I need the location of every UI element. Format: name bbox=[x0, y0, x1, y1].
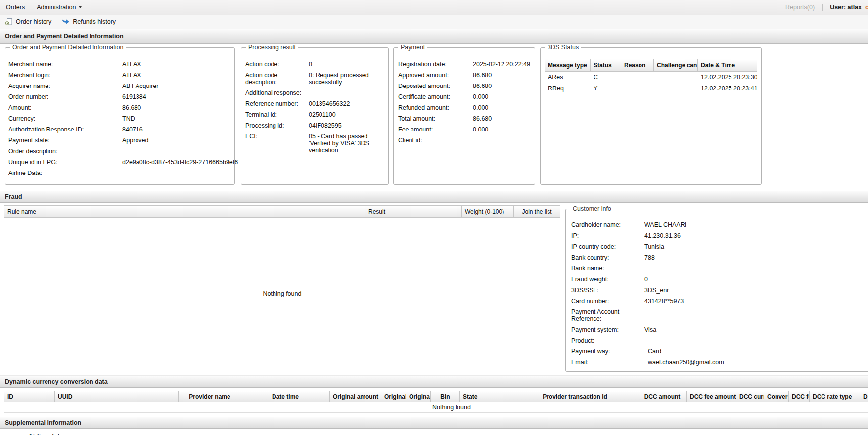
field-value bbox=[122, 170, 230, 176]
cell-reason bbox=[621, 83, 654, 94]
three-ds-table-header: Message type Status Reason Challenge can… bbox=[545, 59, 757, 72]
field-value: ATLAX bbox=[122, 72, 230, 79]
chevron-down-icon bbox=[79, 6, 82, 8]
cell-message-type: ARes bbox=[545, 72, 591, 83]
cell-challenge-cancel bbox=[654, 83, 698, 94]
reports-link[interactable]: Reports(0) bbox=[777, 4, 822, 11]
field-row: Action code:0 bbox=[245, 61, 384, 68]
detail-panel: Order and Payment Detailed Information M… bbox=[0, 44, 868, 191]
menu-orders-label: Orders bbox=[6, 4, 25, 11]
field-label: Total amount: bbox=[398, 115, 473, 122]
field-label: Email: bbox=[571, 359, 648, 366]
column-header: Status bbox=[591, 59, 621, 71]
fraud-section-bar: Fraud bbox=[0, 191, 868, 203]
field-label: Deposited amount: bbox=[398, 83, 473, 89]
fraud-table: Rule name Result Weight (0-100) Join the… bbox=[4, 205, 560, 369]
field-value bbox=[644, 308, 868, 322]
field-value: d2e9a08c-d387-453d-8c29-2716665b9ef6 bbox=[122, 159, 238, 166]
field-row: ECI:05 - Card has passed 'Verified by VI… bbox=[245, 133, 384, 154]
field-label: Client id: bbox=[398, 137, 473, 144]
field-label: Currency: bbox=[8, 115, 122, 122]
order-history-button[interactable]: Order history bbox=[0, 15, 56, 28]
user-label: User: atlax_c bbox=[823, 4, 868, 11]
field-value bbox=[122, 148, 230, 155]
field-value: 86.680 bbox=[473, 72, 531, 79]
fraud-table-header: Rule name Result Weight (0-100) Join the… bbox=[4, 205, 560, 218]
field-label: Authorization Response ID: bbox=[8, 126, 122, 133]
field-value: 86.680 bbox=[122, 104, 230, 111]
field-label: Additional response: bbox=[245, 89, 309, 96]
field-label: IP: bbox=[571, 232, 644, 239]
supplemental-section-bar: Supplemental information bbox=[0, 417, 868, 429]
three-ds-groupbox: 3DS Status Message type Status Reason Ch… bbox=[540, 47, 762, 185]
field-row: Cardholder name:WAEL CHAARI bbox=[571, 221, 868, 228]
field-row: Merchant name:ATLAX bbox=[8, 61, 230, 68]
field-value: 0 bbox=[309, 61, 384, 68]
field-row: Deposited amount:86.680 bbox=[398, 83, 531, 89]
field-row: Currency:TND bbox=[8, 115, 230, 122]
field-row: Authorization Response ID:840716 bbox=[8, 126, 230, 133]
cell-status: Y bbox=[591, 83, 621, 94]
column-header: Reason bbox=[621, 59, 654, 71]
menu-administration[interactable]: Administration bbox=[31, 0, 88, 15]
fraud-empty-state: Nothing found bbox=[4, 218, 560, 369]
field-label: Payment system: bbox=[571, 326, 644, 333]
field-value: 840716 bbox=[122, 126, 230, 133]
table-row: RReq Y 12.02.2025 20:23:41 bbox=[545, 83, 757, 94]
field-label: Refunded amount: bbox=[398, 104, 473, 111]
field-label: Merchant name: bbox=[8, 61, 122, 68]
cell-message-type: RReq bbox=[545, 83, 591, 94]
column-header: Date time bbox=[241, 391, 330, 402]
field-value: 788 bbox=[644, 254, 868, 261]
supplemental-panel: Airline data bbox=[0, 429, 868, 435]
field-label: Unique id in EPG: bbox=[8, 159, 122, 166]
field-label: Payment Account Reference: bbox=[571, 308, 644, 322]
field-row: Action code description:0: Request proce… bbox=[245, 72, 384, 86]
field-value: 6191384 bbox=[122, 93, 230, 100]
fraud-panel: Rule name Result Weight (0-100) Join the… bbox=[0, 203, 868, 375]
field-value bbox=[644, 265, 868, 272]
field-row: IP:41.230.31.36 bbox=[571, 232, 868, 239]
field-row: Payment Account Reference: bbox=[571, 308, 868, 322]
column-header: Weight (0-100) bbox=[462, 206, 514, 218]
refunds-history-button[interactable]: Refunds history bbox=[56, 15, 121, 28]
field-value: wael.chaari250@gmail.com bbox=[648, 359, 868, 366]
field-label: Product: bbox=[571, 337, 644, 344]
fraud-empty-text: Nothing found bbox=[263, 290, 302, 297]
field-value: Visa bbox=[644, 326, 868, 333]
field-row: Approved amount:86.680 bbox=[398, 72, 531, 79]
field-row: Fraud weight:0 bbox=[571, 276, 868, 283]
column-header: Date & Time bbox=[698, 59, 757, 71]
field-label: Processing id: bbox=[245, 122, 309, 129]
user-label-clipped-char: c bbox=[865, 4, 868, 11]
column-header: Bin bbox=[431, 391, 460, 402]
field-label: 3DS/SSL: bbox=[571, 287, 644, 294]
menu-bar: Orders Administration Reports(0) User: a… bbox=[0, 0, 868, 15]
table-row: ARes C 12.02.2025 20:23:30 bbox=[545, 72, 757, 83]
field-value: 431428**5973 bbox=[644, 298, 868, 304]
field-label: Order number: bbox=[8, 93, 122, 100]
cell-datetime: 12.02.2025 20:23:30 bbox=[698, 72, 757, 83]
field-row: Merchant login:ATLAX bbox=[8, 72, 230, 79]
field-value: Tunisia bbox=[644, 243, 868, 250]
payment-groupbox: Payment Registration date:2025-02-12 20:… bbox=[393, 47, 535, 185]
field-value: TND bbox=[122, 115, 230, 122]
column-header: ID bbox=[4, 391, 55, 402]
field-value: 86.680 bbox=[473, 115, 531, 122]
field-label: Registration date: bbox=[398, 61, 473, 68]
supplemental-partial-label: Airline data bbox=[28, 432, 63, 435]
column-header: Message type bbox=[545, 59, 591, 71]
field-row: Refunded amount:0.000 bbox=[398, 104, 531, 111]
cell-datetime: 12.02.2025 20:23:41 bbox=[698, 83, 757, 94]
column-header: DCC fee amount bbox=[687, 391, 736, 402]
column-header: Result bbox=[365, 206, 462, 218]
field-value bbox=[309, 89, 384, 96]
dcc-empty-state: Nothing found bbox=[4, 402, 868, 413]
field-label: IP country code: bbox=[571, 243, 644, 250]
menu-orders[interactable]: Orders bbox=[0, 0, 31, 15]
field-row: Amount:86.680 bbox=[8, 104, 230, 111]
field-label: Approved amount: bbox=[398, 72, 473, 79]
field-label: Bank name: bbox=[571, 265, 644, 272]
column-header: DCC curr bbox=[736, 391, 764, 402]
field-value bbox=[473, 137, 531, 144]
